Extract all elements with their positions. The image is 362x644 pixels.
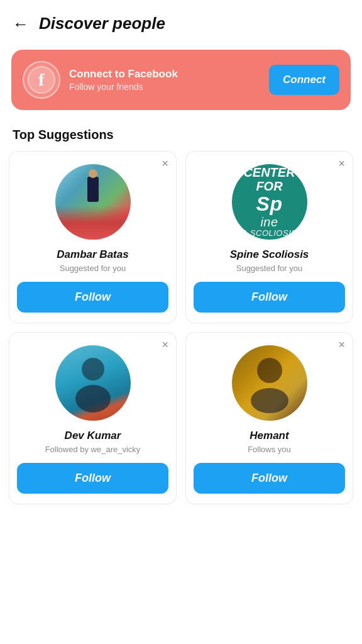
dismiss-button-spine[interactable]: × [338, 158, 345, 169]
fb-banner-title: Connect to Facebook [69, 68, 178, 80]
avatar-dev [55, 345, 131, 421]
facebook-icon-wrap: f [23, 61, 60, 99]
follow-button-dev[interactable]: Follow [17, 463, 168, 494]
avatar-dambar [55, 164, 131, 240]
suggestion-card-hemant: × Hemant Follows you Follow [185, 332, 353, 504]
dismiss-button-dev[interactable]: × [162, 339, 168, 350]
person-name-hemant: Hemant [250, 430, 288, 442]
svg-point-3 [251, 388, 288, 413]
facebook-icon-inner: f [28, 66, 55, 94]
person-sub-dev: Followed by we_are_vicky [45, 445, 141, 454]
avatar-hemant-silhouette [244, 352, 295, 414]
suggestion-card-dev: × Dev Kumar Followed by we_are_vicky Fol… [9, 332, 177, 504]
facebook-connect-banner: f Connect to Facebook Follow your friend… [11, 50, 351, 110]
dismiss-button-hemant[interactable]: × [338, 339, 345, 350]
person-sub-spine: Suggested for you [236, 264, 303, 273]
person-name-dev: Dev Kumar [65, 430, 121, 442]
person-name-spine: Spine Scoliosis [230, 248, 309, 261]
suggestions-grid: × Dambar Batas Suggested for you Follow … [0, 151, 362, 517]
avatar-dev-silhouette [68, 352, 118, 414]
facebook-connect-button[interactable]: Connect [269, 65, 339, 95]
header: ← Discover people [0, 0, 362, 43]
person-sub-dambar: Suggested for you [60, 264, 126, 273]
avatar-hemant [232, 345, 307, 421]
suggestion-card-spine: × CENTER FOR Spine & SCOLIOSIS Spine Sco… [185, 151, 353, 323]
person-silhouette-dambar [87, 177, 99, 202]
suggestion-card-dambar: × Dambar Batas Suggested for you Follow [9, 151, 177, 323]
dismiss-button-dambar[interactable]: × [162, 158, 168, 169]
follow-button-spine[interactable]: Follow [194, 282, 345, 313]
fb-banner-subtitle: Follow your friends [69, 82, 178, 92]
facebook-f-icon: f [38, 71, 44, 89]
follow-button-hemant[interactable]: Follow [194, 463, 345, 494]
avatar-spine: CENTER FOR Spine & SCOLIOSIS [232, 164, 307, 240]
section-label-top-suggestions: Top Suggestions [0, 123, 362, 151]
svg-point-1 [75, 385, 111, 413]
fb-banner-text: Connect to Facebook Follow your friends [69, 68, 178, 92]
svg-point-0 [82, 358, 104, 380]
follow-button-dambar[interactable]: Follow [17, 282, 168, 313]
spine-logo: CENTER FOR Spine & SCOLIOSIS [232, 165, 307, 238]
back-button[interactable]: ← [13, 16, 29, 32]
page-title: Discover people [39, 14, 165, 33]
fb-banner-left: f Connect to Facebook Follow your friend… [23, 61, 178, 99]
person-name-dambar: Dambar Batas [57, 248, 128, 261]
svg-point-2 [257, 358, 282, 383]
person-sub-hemant: Follows you [248, 445, 291, 454]
